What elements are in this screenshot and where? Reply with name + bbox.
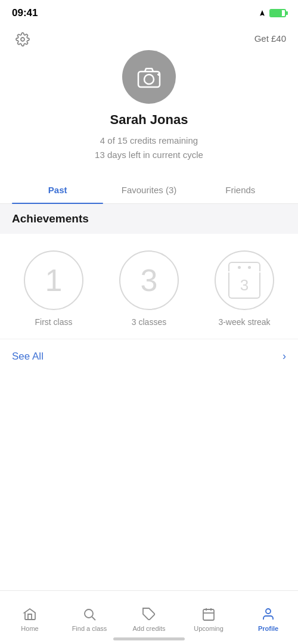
avatar[interactable]: [122, 50, 176, 104]
tag-icon: [142, 607, 156, 621]
camera-icon: [136, 66, 162, 88]
bottom-nav: Home Find a class Add credits: [0, 590, 298, 644]
achievements-title: Achievements: [12, 212, 286, 225]
tab-friends[interactable]: Friends: [195, 177, 286, 203]
badge-circle-first-class: 1: [24, 250, 83, 310]
svg-line-6: [92, 617, 96, 621]
badge-circle-three-classes: 3: [119, 250, 179, 310]
profile-credits: 4 of 15 credits remaining 13 days left i…: [95, 134, 203, 162]
nav-find-class[interactable]: Find a class: [60, 600, 119, 634]
profile-name: Sarah Jonas: [110, 112, 188, 128]
svg-point-2: [144, 75, 154, 84]
gear-icon: [15, 32, 30, 47]
achievements-header: Achievements: [0, 204, 298, 234]
svg-point-12: [266, 609, 271, 614]
search-icon: [82, 607, 97, 621]
svg-rect-8: [203, 609, 214, 620]
calendar-icon: 3: [228, 262, 260, 299]
home-icon: [23, 607, 37, 621]
battery-icon: [269, 9, 286, 17]
svg-point-5: [85, 609, 93, 618]
badge-three-week-streak: 3 3-week streak: [215, 250, 274, 327]
nav-upcoming[interactable]: Upcoming: [179, 600, 238, 634]
get-credits-button[interactable]: Get £40: [254, 29, 286, 48]
tab-favourites[interactable]: Favourites (3): [103, 177, 194, 203]
badge-first-class: 1 First class: [24, 250, 83, 327]
content-area: Achievements 1 First class 3 3 classes: [0, 204, 298, 433]
nav-home[interactable]: Home: [0, 600, 60, 634]
nav-add-credits[interactable]: Add credits: [119, 600, 179, 634]
badge-circle-streak: 3: [215, 250, 274, 310]
see-all-button[interactable]: See All ›: [0, 339, 298, 373]
profile-section: Sarah Jonas 4 of 15 credits remaining 13…: [0, 50, 298, 177]
calendar-nav-icon: [201, 607, 216, 621]
tab-past[interactable]: Past: [12, 177, 103, 203]
person-icon: [261, 607, 275, 621]
badge-three-classes: 3 3 classes: [119, 250, 179, 327]
status-icons: [259, 9, 286, 17]
header: Get £40: [0, 23, 298, 50]
svg-point-0: [21, 38, 24, 41]
chevron-right-icon: ›: [283, 350, 286, 363]
location-icon: [259, 10, 266, 17]
home-indicator: [113, 637, 185, 640]
tabs: Past Favourites (3) Friends: [0, 177, 298, 204]
badges-container: 1 First class 3 3 classes 3: [0, 234, 298, 339]
status-time: 09:41: [12, 7, 38, 19]
nav-profile[interactable]: Profile: [238, 600, 298, 634]
status-bar: 09:41: [0, 0, 298, 23]
settings-button[interactable]: [12, 29, 33, 50]
